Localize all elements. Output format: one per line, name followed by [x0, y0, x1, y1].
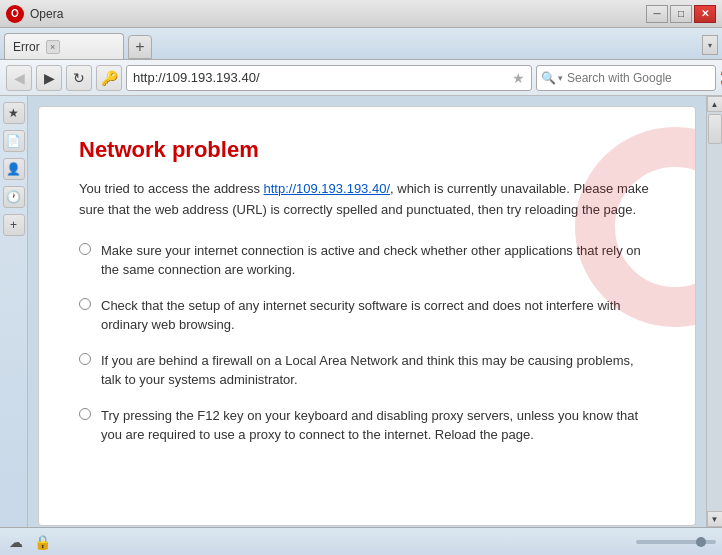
error-link[interactable]: http://109.193.193.40/	[264, 181, 391, 196]
app-title: Opera	[30, 7, 63, 21]
sidebar-bookmarks-button[interactable]: ★	[3, 102, 25, 124]
watermark-circle	[575, 127, 696, 327]
opera-watermark	[515, 107, 696, 407]
tab-close-button[interactable]: ×	[46, 40, 60, 54]
web-content: Network problem You tried to access the …	[38, 106, 696, 526]
status-bar: ☁ 🔒	[0, 527, 722, 555]
status-cloud-icon[interactable]: ☁	[6, 532, 26, 552]
zoom-slider[interactable]	[636, 540, 716, 544]
search-magnifier-icon: 🔍	[541, 71, 556, 85]
close-button[interactable]: ✕	[694, 5, 716, 23]
list-item: Try pressing the F12 key on your keyboar…	[79, 406, 655, 445]
sidebar-history-button[interactable]: 🕐	[3, 186, 25, 208]
active-tab[interactable]: Error ×	[4, 33, 124, 59]
tab-bar-right: ▾	[702, 35, 718, 59]
address-bar: ★	[126, 65, 532, 91]
scroll-down-arrow[interactable]: ▼	[707, 511, 723, 527]
scrollbar[interactable]: ▲ ▼	[706, 96, 722, 527]
sidebar-add-button[interactable]: +	[3, 214, 25, 236]
web-frame: Network problem You tried to access the …	[28, 96, 706, 527]
title-bar: O Opera ─ □ ✕	[0, 0, 722, 28]
title-bar-left: O Opera	[6, 5, 63, 23]
reload-button[interactable]: ↻	[66, 65, 92, 91]
forward-button[interactable]: ▶	[36, 65, 62, 91]
bullet-icon	[79, 243, 91, 255]
status-security-icon[interactable]: 🔒	[32, 532, 52, 552]
error-desc-text-1: You tried to access the address	[79, 181, 264, 196]
search-engine-icon[interactable]: 🔍 ▾	[541, 71, 563, 85]
opera-logo: O	[6, 5, 24, 23]
search-input[interactable]	[567, 71, 717, 85]
search-dropdown-icon: ▾	[558, 73, 563, 83]
tab-label: Error	[13, 40, 40, 54]
status-left: ☁ 🔒	[6, 532, 52, 552]
back-button[interactable]: ◀	[6, 65, 32, 91]
sidebar-notes-button[interactable]: 📄	[3, 130, 25, 152]
bullet-icon	[79, 408, 91, 420]
address-input[interactable]	[133, 70, 508, 85]
minimize-button[interactable]: ─	[646, 5, 668, 23]
bullet-icon	[79, 298, 91, 310]
key-button[interactable]: 🔑	[96, 65, 122, 91]
sidebar-contacts-button[interactable]: 👤	[3, 158, 25, 180]
sidebar: ★ 📄 👤 🕐 +	[0, 96, 28, 527]
content-area: Network problem You tried to access the …	[28, 96, 722, 527]
scroll-thumb[interactable]	[708, 114, 722, 144]
list-item-text: Try pressing the F12 key on your keyboar…	[101, 406, 655, 445]
zoom-thumb[interactable]	[696, 537, 706, 547]
new-tab-button[interactable]: +	[128, 35, 152, 59]
bullet-icon	[79, 353, 91, 365]
bookmark-star-icon[interactable]: ★	[512, 70, 525, 86]
main-layout: ★ 📄 👤 🕐 + Network problem You tried to a…	[0, 96, 722, 527]
search-bar: 🔍 ▾	[536, 65, 716, 91]
nav-bar: ◀ ▶ ↻ 🔑 ★ 🔍 ▾	[0, 60, 722, 96]
maximize-button[interactable]: □	[670, 5, 692, 23]
scroll-up-arrow[interactable]: ▲	[707, 96, 723, 112]
tab-bar: Error × + ▾	[0, 28, 722, 60]
window-controls: ─ □ ✕	[646, 5, 716, 23]
tab-dropdown-button[interactable]: ▾	[702, 35, 718, 55]
status-right	[636, 540, 716, 544]
